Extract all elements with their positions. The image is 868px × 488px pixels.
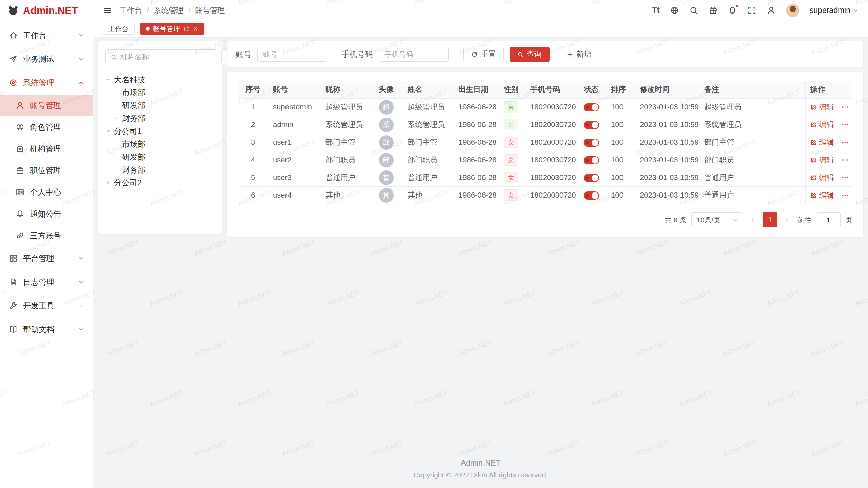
user-avatar[interactable] [786,4,800,17]
column-header: 序号 [238,81,268,98]
fullscreen-icon[interactable] [747,6,756,15]
edit-button[interactable]: 编辑 [810,137,834,147]
profile-icon[interactable] [767,6,776,15]
tree-node[interactable]: 市场部 [105,138,215,150]
sidebar-item-third-party-account[interactable]: 三方账号 [0,225,93,246]
tree-expand-icon[interactable] [105,180,111,186]
tree-node[interactable]: 大名科技 [105,73,215,86]
breadcrumb: 工作台/系统管理/账号管理 [120,5,225,16]
page-size-select[interactable]: 10条/页 [691,212,743,227]
account-input[interactable] [257,47,327,62]
breadcrumb-item[interactable]: 系统管理 [154,5,183,16]
cell-index: 2 [238,116,268,134]
sidebar-item-notice[interactable]: 通知公告 [0,203,93,225]
page-number-1[interactable]: 1 [763,212,777,227]
cell-phone: 18020030720 [526,98,576,116]
cell-birth-date: 1986-06-28 [454,98,497,116]
search-icon[interactable] [689,6,698,15]
row-more-button[interactable] [841,103,849,111]
status-toggle[interactable] [584,103,599,111]
phone-input[interactable] [379,47,449,62]
goto-page-input[interactable] [816,212,841,227]
cell-birth-date: 1986-06-28 [454,134,497,151]
sidebar-item-platform-management[interactable]: 平台管理 [0,246,93,270]
chevron-down-icon [78,56,84,62]
cell-operations: 编辑 [805,151,852,169]
cell-account: user2 [268,151,321,169]
footer-title: Admin.NET [93,459,868,468]
notification-bell-icon[interactable] [728,6,737,15]
tool-icon [9,301,18,310]
sidebar-item-log-management[interactable]: 日志管理 [0,270,93,294]
sidebar-item-label: 三方账号 [30,230,84,241]
sidebar-item-position-management[interactable]: 职位管理 [0,160,93,181]
status-toggle[interactable] [584,139,599,147]
logo[interactable]: Admin.NET [0,0,93,21]
edit-label: 编辑 [819,102,834,112]
edit-button[interactable]: 编辑 [810,172,834,183]
sidebar-item-system-management[interactable]: 系统管理 [0,71,93,95]
tab-close-icon[interactable] [193,26,198,32]
cell-nickname: 系统管理员 [321,116,370,134]
prev-page-button[interactable] [748,212,758,227]
reset-button[interactable]: 重置 [463,47,504,62]
pagination-total: 共 6 条 [665,215,687,225]
sidebar-item-help-docs[interactable]: 帮助文档 [0,318,93,341]
user-menu[interactable]: superadmin [810,6,859,15]
refresh-icon [471,51,478,58]
edit-button[interactable]: 编辑 [810,190,834,200]
tab-account-management[interactable]: 账号管理 [140,23,204,35]
language-icon[interactable] [670,6,679,15]
breadcrumb-item[interactable]: 账号管理 [195,5,225,16]
status-toggle[interactable] [584,156,599,164]
tree-node[interactable]: 财务部 [105,112,215,125]
cell-operations: 编辑 [805,134,852,151]
cell-name: 普通用户 [403,169,454,186]
tab-workbench[interactable]: 工作台 [102,23,135,35]
edit-icon [810,192,817,199]
tree-node[interactable]: 财务部 [105,163,215,176]
tree-node-label: 分公司2 [114,178,142,188]
row-more-button[interactable] [841,191,849,199]
search-button[interactable]: 查询 [510,47,550,62]
tree-node[interactable]: 研发部 [105,150,215,163]
tree-node[interactable]: 研发部 [105,99,215,112]
next-page-button[interactable] [782,212,792,227]
edit-button[interactable]: 编辑 [810,155,834,165]
tree-expand-icon[interactable] [105,128,111,134]
row-more-button[interactable] [841,121,849,129]
edit-icon [810,175,817,181]
sidebar-item-personal-center[interactable]: 个人中心 [0,181,93,203]
edit-button[interactable]: 编辑 [810,120,834,130]
tree-node[interactable]: 市场部 [105,86,215,99]
tree-expand-icon[interactable] [114,116,119,121]
status-toggle[interactable] [584,191,599,200]
tree-node[interactable]: 分公司2 [105,176,215,189]
tree-node[interactable]: 分公司1 [105,125,215,138]
row-more-button[interactable] [841,174,849,182]
status-toggle[interactable] [584,121,599,129]
edit-button[interactable]: 编辑 [810,102,834,112]
tab-refresh-icon[interactable] [183,26,189,32]
sidebar-item-workbench[interactable]: 工作台 [0,23,93,47]
gender-tag: 男 [504,119,518,130]
theme-icon[interactable] [709,6,718,15]
topbar-tools: Tt [652,6,776,15]
cell-index: 6 [238,186,268,204]
breadcrumb-item[interactable]: 工作台 [120,5,142,16]
font-size-icon[interactable]: Tt [652,6,660,15]
tree-expand-icon[interactable] [105,77,111,83]
add-button[interactable]: 新增 [559,47,599,62]
sidebar-item-account-management[interactable]: 账号管理 [0,95,93,116]
menu-collapse-icon[interactable] [103,6,112,15]
sidebar-item-org-management[interactable]: 机构管理 [0,138,93,160]
column-header: 昵称 [321,81,370,98]
row-more-button[interactable] [841,156,849,164]
org-search-input[interactable] [120,53,212,61]
sidebar-item-role-management[interactable]: 角色管理 [0,116,93,138]
sidebar-item-business-test[interactable]: 业务测试 [0,47,93,71]
tree-node-label: 市场部 [122,87,145,98]
row-more-button[interactable] [841,138,849,146]
status-toggle[interactable] [584,174,599,182]
sidebar-item-dev-tools[interactable]: 开发工具 [0,294,93,318]
